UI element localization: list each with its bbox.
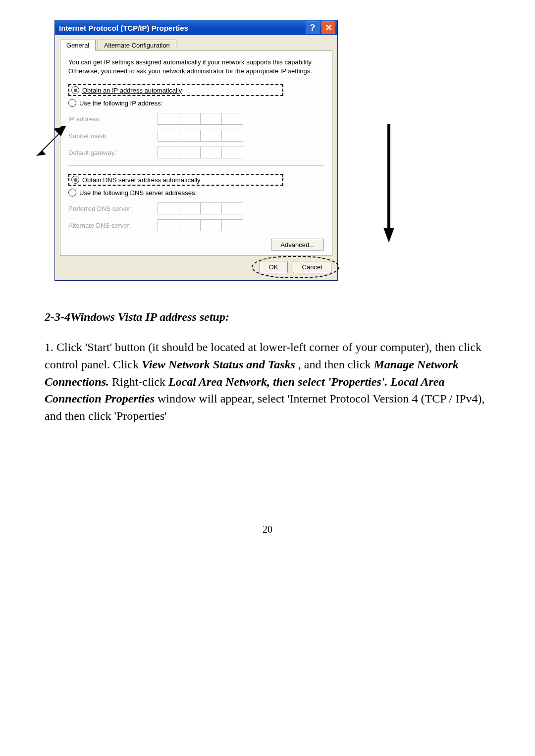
radio-use-ip-label: Use the following IP address: [79,100,162,107]
radio-use-ip[interactable] [68,99,76,107]
radio-obtain-ip-label: Obtain an IP address automatically [82,87,182,94]
highlight-obtain-dns: Obtain DNS server address automatically [68,174,283,186]
label-alternate-dns: Alternate DNS server: [68,222,158,229]
settings-description: You can get IP settings assigned automat… [68,58,324,75]
para-text: Right-click [112,375,168,388]
cancel-button[interactable]: Cancel [293,261,331,273]
input-ip-address[interactable] [158,113,243,125]
pointer-arrow-icon [34,124,68,158]
section-heading: 2-3-4Windows Vista IP address setup: [45,310,490,324]
ok-button[interactable]: OK [260,261,288,273]
label-preferred-dns: Preferred DNS server: [68,205,158,212]
dialog-wrapper: Internet Protocol (TCP/IP) Properties ? … [54,20,490,281]
dns-groupbox: Obtain DNS server address automatically … [68,165,324,249]
dialog-footer: OK Cancel [55,261,337,280]
tab-general[interactable]: General [60,40,96,51]
svg-marker-1 [54,126,66,136]
label-subnet-mask: Subnet mask: [68,132,158,140]
titlebar: Internet Protocol (TCP/IP) Properties ? … [55,20,337,35]
radio-obtain-dns-label: Obtain DNS server address automatically [82,176,200,184]
tab-alternate-config[interactable]: Alternate Configuration [98,40,176,50]
input-default-gateway[interactable] [158,147,243,158]
label-ip-address: IP address: [68,115,158,123]
close-button[interactable]: ✕ [321,21,335,34]
advanced-button[interactable]: Advanced... [271,239,324,251]
svg-rect-2 [387,124,390,230]
highlight-obtain-ip: Obtain an IP address automatically [68,84,283,96]
radio-obtain-ip[interactable] [71,86,79,94]
input-preferred-dns[interactable] [158,202,243,214]
highlight-ok-cancel: OK Cancel [260,261,331,273]
svg-marker-3 [383,228,394,243]
label-default-gateway: Default gateway: [68,149,158,156]
down-arrow-icon [383,124,394,243]
help-button[interactable]: ? [306,21,320,34]
input-subnet-mask[interactable] [158,130,243,142]
radio-obtain-dns[interactable] [71,176,79,184]
dialog-title: Internet Protocol (TCP/IP) Properties [59,24,304,32]
para-text: , and then click [298,358,374,371]
page-number: 20 [45,524,490,535]
para-em-1: View Network Status and Tasks [142,358,295,371]
radio-use-dns[interactable] [68,189,76,197]
instructions-paragraph: 1. Click 'Start' button (it should be lo… [45,339,490,425]
tcpip-properties-dialog: Internet Protocol (TCP/IP) Properties ? … [54,20,338,281]
tab-strip: General Alternate Configuration [55,35,337,50]
radio-use-dns-label: Use the following DNS server addresses: [79,189,197,197]
tab-content-general: You can get IP settings assigned automat… [60,50,332,256]
input-alternate-dns[interactable] [158,219,243,231]
